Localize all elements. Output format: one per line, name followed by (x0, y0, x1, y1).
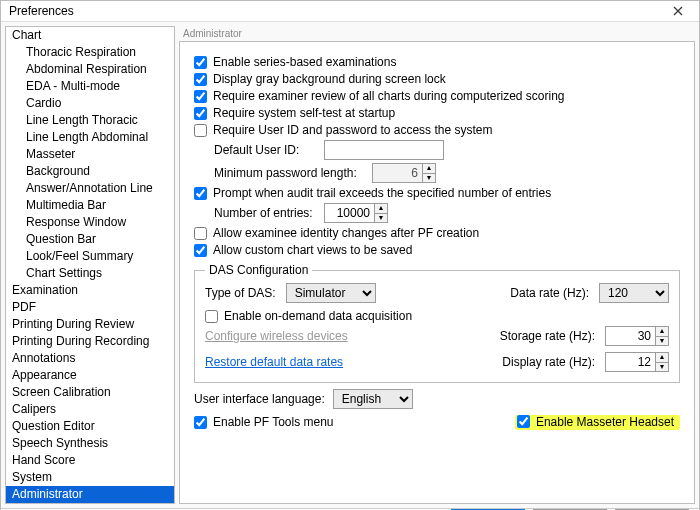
sidebar-item[interactable]: Administrator (6, 486, 174, 503)
lbl-ui-lang: User interface language: (194, 392, 325, 406)
chevron-down-icon: ▼ (423, 174, 435, 183)
close-button[interactable] (663, 1, 693, 21)
sidebar-item[interactable]: Response Window (6, 214, 174, 231)
sidebar-item[interactable]: Answer/Annotation Line (6, 180, 174, 197)
sidebar-item[interactable]: Screen Calibration (6, 384, 174, 401)
sidebar-item[interactable]: Thoracic Respiration (6, 44, 174, 61)
panel-caption: Administrator (179, 26, 695, 41)
cb-examiner-review[interactable]: Require examiner review of all charts du… (194, 89, 680, 103)
category-tree[interactable]: ChartThoracic RespirationAbdominal Respi… (5, 26, 175, 504)
link-wireless: Configure wireless devices (205, 329, 348, 343)
sidebar-item[interactable]: Speech Synthesis (6, 435, 174, 452)
cb-series-exams[interactable]: Enable series-based examinations (194, 55, 680, 69)
spin-display-rate[interactable]: ▲▼ (605, 352, 669, 372)
sidebar-item[interactable]: Multimedia Bar (6, 197, 174, 214)
settings-panel: Enable series-based examinations Display… (179, 41, 695, 504)
sidebar-item[interactable]: Annotations (6, 350, 174, 367)
link-restore-rates[interactable]: Restore default data rates (205, 355, 348, 369)
das-config-box: DAS Configuration Type of DAS: Simulator… (194, 263, 680, 383)
sidebar-item[interactable]: Cardio (6, 95, 174, 112)
spin-storage-rate[interactable]: ▲▼ (605, 326, 669, 346)
close-icon (673, 6, 683, 16)
lbl-display-rate: Display rate (Hz): (502, 355, 595, 369)
chevron-up-icon: ▲ (423, 164, 435, 174)
sidebar-item[interactable]: Printing During Review (6, 316, 174, 333)
sidebar-item[interactable]: Examination (6, 282, 174, 299)
spin-min-pw[interactable]: ▲▼ (372, 163, 436, 183)
cb-selftest[interactable]: Require system self-test at startup (194, 106, 680, 120)
sidebar-item[interactable]: Calipers (6, 401, 174, 418)
sidebar-item[interactable]: Chart Settings (6, 265, 174, 282)
sidebar-item[interactable]: Printing During Recording (6, 333, 174, 350)
sidebar-item[interactable]: Masseter (6, 146, 174, 163)
preferences-window: Preferences ChartThoracic RespirationAbd… (0, 0, 700, 510)
select-data-rate[interactable]: 120 (599, 283, 669, 303)
sidebar-item[interactable]: Hand Score (6, 452, 174, 469)
sidebar-item[interactable]: Question Bar (6, 231, 174, 248)
sidebar-item[interactable]: Chart (6, 27, 174, 44)
sidebar-item[interactable]: Line Length Thoracic (6, 112, 174, 129)
input-default-userid[interactable] (324, 140, 444, 160)
sidebar-item[interactable]: Background (6, 163, 174, 180)
lbl-default-userid: Default User ID: (214, 143, 316, 157)
cb-masseter-headset[interactable]: Enable Masseter Headset (517, 415, 674, 429)
cb-audit-prompt[interactable]: Prompt when audit trail exceeds the spec… (194, 186, 680, 200)
cb-require-userid[interactable]: Require User ID and password to access t… (194, 123, 680, 137)
lbl-das-type: Type of DAS: (205, 286, 276, 300)
sidebar-item[interactable]: PDF (6, 299, 174, 316)
sidebar-item[interactable]: Line Length Abdominal (6, 129, 174, 146)
spin-num-entries[interactable]: ▲▼ (324, 203, 388, 223)
lbl-min-pw: Minimum password length: (214, 166, 364, 180)
cb-custom-views[interactable]: Allow custom chart views to be saved (194, 243, 680, 257)
sidebar-item[interactable]: EDA - Multi-mode (6, 78, 174, 95)
cb-on-demand[interactable]: Enable on-demand data acquisition (205, 309, 669, 323)
lbl-num-entries: Number of entries: (214, 206, 316, 220)
highlight-masseter: Enable Masseter Headset (515, 415, 680, 430)
cb-gray-background[interactable]: Display gray background during screen lo… (194, 72, 680, 86)
cb-identity-changes[interactable]: Allow examinee identity changes after PF… (194, 226, 680, 240)
das-legend: DAS Configuration (205, 263, 312, 277)
titlebar: Preferences (1, 1, 699, 22)
sidebar-item[interactable]: Question Editor (6, 418, 174, 435)
sidebar-item[interactable]: Abdominal Respiration (6, 61, 174, 78)
window-title: Preferences (9, 4, 74, 18)
cb-pf-tools[interactable]: Enable PF Tools menu (194, 415, 334, 429)
sidebar-item[interactable]: Appearance (6, 367, 174, 384)
select-das-type[interactable]: Simulator (286, 283, 376, 303)
sidebar-item[interactable]: Look/Feel Summary (6, 248, 174, 265)
select-ui-lang[interactable]: English (333, 389, 413, 409)
lbl-data-rate: Data rate (Hz): (510, 286, 589, 300)
lbl-storage-rate: Storage rate (Hz): (500, 329, 595, 343)
sidebar-item[interactable]: System (6, 469, 174, 486)
